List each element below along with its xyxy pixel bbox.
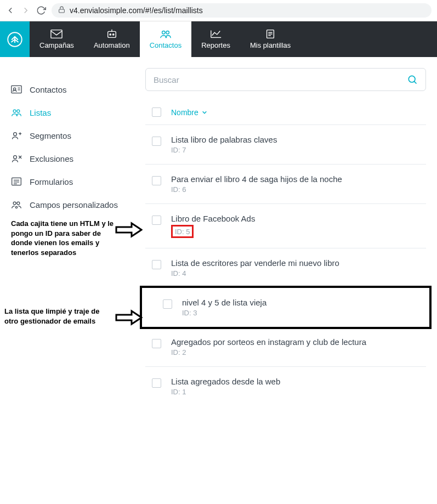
sidebar-item-contactos[interactable]: Contactos bbox=[11, 78, 134, 101]
annotation-text-2: La lista que limpié y traje de otro gest… bbox=[4, 307, 114, 326]
column-name-label: Nombre bbox=[171, 108, 198, 117]
svg-point-5 bbox=[110, 34, 111, 35]
svg-point-32 bbox=[408, 76, 415, 82]
row-title: Lista agregados desde la web bbox=[171, 377, 280, 386]
sidebar: Contactos Listas Segmentos Exclusiones F… bbox=[0, 68, 145, 406]
row-id: ID: 2 bbox=[171, 348, 366, 356]
browser-bar: v4.envialosimple.com/#!/es/list/maillist… bbox=[0, 0, 437, 21]
envelope-icon bbox=[50, 29, 63, 39]
table-header: Nombre bbox=[145, 107, 426, 125]
svg-point-6 bbox=[112, 34, 113, 35]
svg-point-31 bbox=[15, 206, 17, 208]
row-id: ID: 5 bbox=[175, 228, 190, 236]
people-icon bbox=[11, 107, 22, 118]
annotation-text-1: Cada cajita tiene un HTLM y le pongo un … bbox=[11, 219, 115, 257]
svg-point-17 bbox=[13, 110, 16, 112]
row-id: ID: 1 bbox=[171, 388, 280, 396]
id-highlight-red: ID: 5 bbox=[171, 225, 194, 238]
form-icon bbox=[11, 176, 22, 187]
back-icon[interactable] bbox=[5, 5, 15, 15]
table-row[interactable]: Lista de escritores par venderle mi nuev… bbox=[145, 248, 426, 288]
nav-contactos[interactable]: Contactos bbox=[140, 21, 192, 57]
robot-icon bbox=[106, 29, 118, 39]
row-title: Lista libro de palabras claves bbox=[171, 135, 277, 144]
row-checkbox[interactable] bbox=[152, 137, 161, 146]
table-row[interactable]: nivel 4 y 5 de lista vieja ID: 3 bbox=[145, 288, 426, 327]
row-checkbox[interactable] bbox=[152, 216, 161, 225]
custom-fields-icon bbox=[11, 199, 22, 210]
row-id: ID: 6 bbox=[171, 185, 342, 194]
url-bar[interactable]: v4.envialosimple.com/#!/es/list/maillist… bbox=[52, 3, 432, 18]
sidebar-item-segmentos[interactable]: Segmentos bbox=[11, 124, 134, 147]
segment-icon bbox=[11, 130, 22, 141]
exclusion-icon bbox=[11, 153, 22, 164]
row-checkbox[interactable] bbox=[152, 378, 161, 388]
svg-point-18 bbox=[17, 110, 20, 112]
sidebar-item-label: Segmentos bbox=[30, 131, 71, 140]
table-row[interactable]: Para enviar el libro 4 de saga hijos de … bbox=[145, 165, 426, 204]
svg-point-8 bbox=[166, 31, 169, 35]
row-title: Para enviar el libro 4 de saga hijos de … bbox=[171, 174, 342, 184]
sidebar-item-label: Campos personalizados bbox=[30, 200, 118, 209]
nav-label: Campañas bbox=[39, 41, 74, 49]
arrow-icon bbox=[115, 222, 143, 240]
nav-label: Reportes bbox=[201, 41, 230, 49]
forward-icon[interactable] bbox=[21, 5, 31, 15]
row-title: Libro de Facebook Ads bbox=[171, 214, 255, 223]
arrow-icon bbox=[115, 309, 143, 328]
sidebar-item-exclusiones[interactable]: Exclusiones bbox=[11, 147, 134, 170]
row-id: ID: 4 bbox=[171, 269, 339, 278]
row-checkbox[interactable] bbox=[152, 339, 161, 348]
chart-icon bbox=[210, 29, 222, 39]
lock-icon bbox=[58, 5, 65, 15]
reload-icon[interactable] bbox=[36, 5, 46, 15]
sidebar-item-campos[interactable]: Campos personalizados bbox=[11, 193, 134, 216]
search-box[interactable] bbox=[145, 68, 426, 91]
row-title: Agregados por sorteos en instagram y clu… bbox=[171, 337, 366, 347]
row-checkbox[interactable] bbox=[152, 260, 161, 269]
row-id: ID: 7 bbox=[171, 146, 277, 154]
nav-reportes[interactable]: Reportes bbox=[191, 21, 240, 57]
nav-label: Contactos bbox=[150, 41, 182, 49]
svg-point-22 bbox=[14, 156, 17, 159]
sidebar-item-listas[interactable]: Listas bbox=[11, 101, 134, 124]
svg-rect-3 bbox=[107, 31, 116, 37]
content: Contactos Listas Segmentos Exclusiones F… bbox=[0, 57, 437, 406]
table-row[interactable]: Agregados por sorteos en instagram y clu… bbox=[145, 327, 426, 367]
row-checkbox[interactable] bbox=[152, 176, 161, 185]
svg-point-30 bbox=[17, 202, 20, 205]
svg-rect-0 bbox=[59, 9, 65, 13]
table-row[interactable]: Lista libro de palabras claves ID: 7 bbox=[145, 125, 426, 165]
table-row[interactable]: Libro de Facebook Ads ID: 5 bbox=[145, 204, 426, 248]
nav-label: Automation bbox=[94, 41, 130, 49]
nav-automation[interactable]: Automation bbox=[84, 21, 140, 57]
svg-point-14 bbox=[14, 88, 16, 90]
svg-point-19 bbox=[14, 133, 17, 136]
svg-point-7 bbox=[162, 31, 165, 35]
column-name[interactable]: Nombre bbox=[171, 108, 207, 117]
search-icon bbox=[407, 74, 418, 85]
main: Nombre Lista libro de palabras claves ID… bbox=[145, 68, 437, 406]
row-highlight-black bbox=[140, 286, 432, 329]
topnav: Campañas Automation Contactos Reportes M… bbox=[0, 21, 437, 57]
nav-campanas[interactable]: Campañas bbox=[30, 21, 84, 57]
svg-line-33 bbox=[414, 81, 416, 83]
sidebar-item-formularios[interactable]: Formularios bbox=[11, 170, 134, 193]
nav-label: Mis plantillas bbox=[250, 41, 291, 49]
sidebar-item-label: Exclusiones bbox=[30, 154, 73, 163]
select-all-checkbox[interactable] bbox=[152, 107, 161, 117]
people-icon bbox=[160, 29, 172, 39]
svg-point-29 bbox=[13, 202, 16, 205]
url-text: v4.envialosimple.com/#!/es/list/maillist… bbox=[70, 6, 203, 15]
row-title: Lista de escritores par venderle mi nuev… bbox=[171, 258, 339, 268]
sidebar-item-label: Listas bbox=[30, 108, 51, 117]
logo[interactable] bbox=[0, 21, 30, 57]
sidebar-item-label: Formularios bbox=[30, 177, 73, 186]
table-row[interactable]: Lista agregados desde la web ID: 1 bbox=[145, 367, 426, 406]
svg-rect-13 bbox=[12, 86, 21, 93]
search-input[interactable] bbox=[154, 75, 407, 84]
template-icon bbox=[264, 29, 276, 39]
svg-rect-2 bbox=[51, 30, 62, 38]
nav-plantillas[interactable]: Mis plantillas bbox=[240, 21, 300, 57]
chevron-down-icon bbox=[202, 110, 207, 115]
